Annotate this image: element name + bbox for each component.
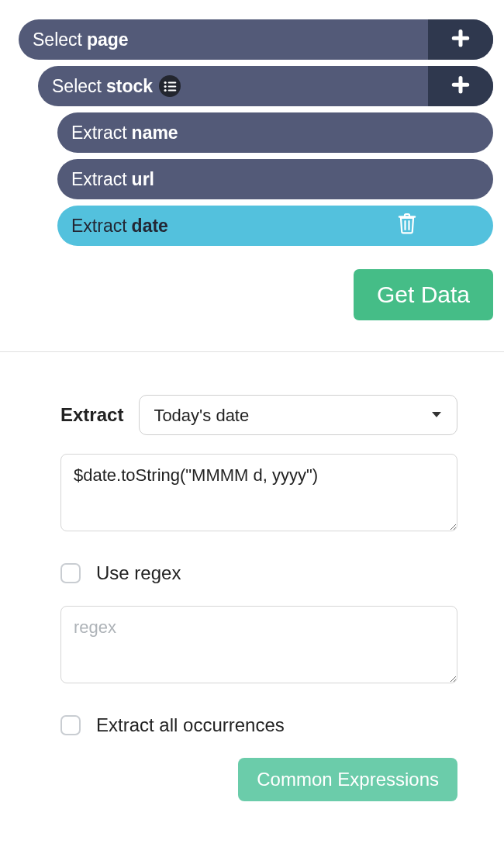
node-target: date (132, 216, 168, 237)
extract-label: Extract (60, 404, 123, 426)
node-target: page (87, 29, 129, 50)
plus-icon (449, 26, 472, 54)
add-child-button[interactable] (428, 19, 493, 60)
node-action: Select (52, 76, 102, 97)
svg-rect-5 (167, 89, 176, 91)
node-extract-url[interactable]: Extract url (57, 159, 493, 199)
actions-tree: Select page Select stock Extract name (0, 0, 504, 352)
extract-all-checkbox[interactable] (60, 715, 81, 735)
node-target: url (132, 169, 154, 190)
node-action: Extract (71, 169, 127, 190)
extract-type-select-input[interactable]: Today's date (139, 395, 457, 435)
use-regex-label: Use regex (96, 562, 181, 584)
add-child-button[interactable] (428, 66, 493, 106)
node-action: Select (33, 29, 82, 50)
node-select-page[interactable]: Select page (19, 19, 493, 60)
delete-button[interactable] (397, 213, 417, 239)
extract-all-label: Extract all occurrences (96, 714, 285, 736)
node-target: stock (106, 76, 153, 97)
extract-config: Extract Today's date Use regex Extract a… (0, 352, 504, 781)
common-expressions-button[interactable]: Common Expressions (238, 758, 457, 801)
svg-rect-1 (167, 81, 176, 83)
list-icon (159, 75, 181, 97)
node-target: name (132, 123, 178, 144)
plus-icon (449, 72, 472, 100)
svg-point-4 (164, 88, 166, 91)
svg-rect-3 (167, 85, 176, 87)
node-action: Extract (71, 216, 127, 237)
trash-icon (397, 218, 417, 238)
node-extract-name[interactable]: Extract name (57, 112, 493, 153)
node-extract-date[interactable]: Extract date (57, 206, 493, 246)
node-action: Extract (71, 123, 127, 144)
use-regex-checkbox[interactable] (60, 563, 81, 583)
node-select-stock[interactable]: Select stock (38, 66, 493, 106)
expression-input[interactable] (60, 454, 457, 531)
regex-input[interactable] (60, 606, 457, 683)
get-data-button[interactable]: Get Data (354, 269, 493, 320)
svg-point-2 (164, 85, 166, 87)
extract-type-select[interactable]: Today's date (139, 395, 457, 435)
svg-point-0 (164, 81, 166, 83)
